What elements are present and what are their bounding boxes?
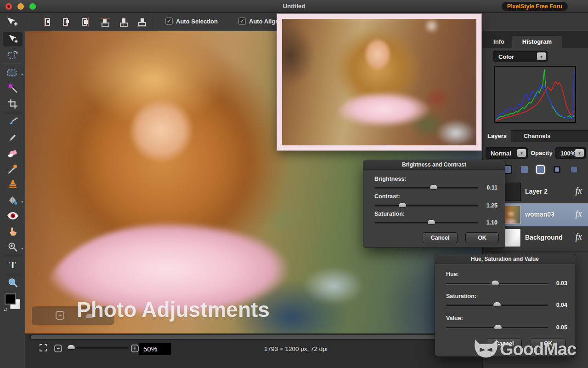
slider-thumb[interactable] xyxy=(428,220,435,224)
separator xyxy=(26,14,26,30)
floating-image-preview[interactable] xyxy=(277,14,481,150)
align-middle-vertical-icon[interactable] xyxy=(118,17,130,28)
brightness-contrast-dialog[interactable]: Brightness and Contrast Brightness: 0.11… xyxy=(363,160,505,247)
zoom-level-field[interactable]: 50% xyxy=(139,343,171,355)
slider-thumb[interactable] xyxy=(492,281,499,285)
histogram-channel-select[interactable]: Color ▼ xyxy=(493,51,548,62)
layer-option-button[interactable] xyxy=(554,166,560,173)
zoom-in-button[interactable]: + xyxy=(131,345,139,352)
goodmac-logo-icon xyxy=(473,339,499,360)
opacity-select[interactable]: 100% ▼ xyxy=(555,147,586,159)
window-title: Untitled xyxy=(0,3,588,10)
tab-info[interactable]: Info xyxy=(486,36,512,48)
layer-option-button[interactable] xyxy=(504,166,511,173)
tab-layers[interactable]: Layers xyxy=(483,130,511,142)
auto-selection-label: Auto Selection xyxy=(176,18,218,25)
dialog-title: Brightness and Contrast xyxy=(363,160,505,170)
horizontal-scrollbar[interactable] xyxy=(31,335,437,339)
slider-thumb[interactable] xyxy=(430,185,437,189)
pixelstyle-window: Untitled PixelStyle Free Foru ✓ Auto xyxy=(0,0,588,368)
value-slider[interactable] xyxy=(446,325,548,330)
zoom-in-tool[interactable]: ▾ xyxy=(0,239,25,255)
magnifier-tool[interactable] xyxy=(0,275,25,291)
contrast-slider[interactable] xyxy=(374,203,478,208)
auto-selection-checkbox[interactable]: ✓ Auto Selection xyxy=(165,17,218,25)
slider-thumb[interactable] xyxy=(494,325,502,329)
document-info: 1793 × 1200 px, 72 dpi xyxy=(264,345,328,352)
align-right-icon[interactable] xyxy=(79,17,91,28)
eyedropper-tool[interactable] xyxy=(0,161,25,177)
layers-channels-tabstrip: Layers Channels xyxy=(483,130,588,142)
goodmac-watermark: GoodMac xyxy=(473,339,576,360)
histogram-panel xyxy=(494,66,576,123)
align-top-icon[interactable] xyxy=(99,17,111,28)
layer-option-button-active[interactable] xyxy=(537,166,544,173)
checkbox-checked-icon: ✓ xyxy=(238,17,246,25)
brush-tool[interactable] xyxy=(0,114,25,130)
layer-option-button[interactable] xyxy=(571,166,577,173)
cancel-button[interactable]: Cancel xyxy=(423,232,458,243)
red-eye-tool[interactable] xyxy=(0,208,25,224)
layer-thumbnail[interactable] xyxy=(503,206,521,224)
saturation-slider[interactable] xyxy=(446,302,548,308)
histogram-plot xyxy=(495,67,575,122)
zoom-out-ghost-button: − xyxy=(56,311,64,320)
layer-effects-icon[interactable]: fx xyxy=(576,185,582,196)
checkbox-checked-icon: ✓ xyxy=(165,17,173,25)
crop-tool[interactable] xyxy=(0,96,25,112)
dropdown-arrow-icon: ▼ xyxy=(537,52,546,60)
layer-effects-icon[interactable]: fx xyxy=(576,208,582,219)
ok-button[interactable]: OK xyxy=(465,232,499,243)
slider-thumb[interactable] xyxy=(493,302,501,306)
opacity-label: Opacity xyxy=(531,150,553,156)
brightness-slider[interactable] xyxy=(374,185,478,190)
color-swatches[interactable]: ⇄ xyxy=(0,291,25,316)
status-bar: − + 50% 1793 × 1200 px, 72 dpi xyxy=(25,334,482,368)
align-left-icon[interactable] xyxy=(42,17,54,28)
info-histogram-tabstrip: Info Histogram xyxy=(483,31,588,48)
layer-option-button[interactable] xyxy=(521,166,528,173)
license-badge[interactable]: PixelStyle Free Foru xyxy=(502,2,568,11)
blend-mode-select[interactable]: Normal ▼ xyxy=(486,147,528,159)
layer-effects-icon[interactable]: fx xyxy=(576,231,582,242)
zoom-out-button[interactable]: − xyxy=(54,345,62,352)
slider-thumb[interactable] xyxy=(399,203,406,207)
eraser-tool[interactable] xyxy=(0,145,25,161)
tab-histogram[interactable]: Histogram xyxy=(512,36,562,48)
tool-palette: ▾ ▾ xyxy=(0,31,25,368)
dialog-title: Hue, Saturation and Value xyxy=(435,254,575,264)
horizontal-scrollbar-track[interactable] xyxy=(29,334,445,340)
saturation-slider[interactable] xyxy=(374,220,478,225)
move-tool-indicator-icon xyxy=(4,16,20,29)
fit-to-screen-icon[interactable] xyxy=(39,344,47,354)
smudge-tool[interactable] xyxy=(0,224,25,239)
paint-bucket-tool[interactable]: ▾ xyxy=(0,192,25,208)
magic-wand-tool[interactable] xyxy=(0,80,25,96)
rectangular-marquee-tool[interactable]: ▾ xyxy=(0,65,25,80)
text-tool[interactable]: T xyxy=(0,257,25,273)
swap-colors-icon[interactable]: ⇄ xyxy=(4,307,7,312)
separator xyxy=(152,14,152,30)
foreground-color-swatch[interactable] xyxy=(5,293,16,305)
align-center-horizontal-icon[interactable] xyxy=(61,17,73,28)
titlebar: Untitled PixelStyle Free Foru xyxy=(0,0,588,13)
slider-thumb[interactable] xyxy=(68,345,75,349)
layer-thumbnail[interactable] xyxy=(503,229,521,247)
free-transform-tool[interactable] xyxy=(0,47,25,63)
canvas-overlay-text: Photo Adjustments xyxy=(77,297,270,322)
zoom-slider[interactable] xyxy=(68,345,129,351)
layer-thumbnail[interactable] xyxy=(503,183,521,201)
pencil-tool[interactable] xyxy=(0,130,25,145)
tab-channels[interactable]: Channels xyxy=(511,130,563,142)
hue-slider[interactable] xyxy=(446,281,548,286)
move-tool[interactable] xyxy=(0,31,25,47)
dropdown-arrow-icon: ▼ xyxy=(575,149,584,157)
goodmac-wordmark: GoodMac xyxy=(500,339,576,359)
clone-stamp-tool[interactable] xyxy=(0,177,25,192)
photo-subject-face xyxy=(128,98,201,179)
dropdown-arrow-icon: ▼ xyxy=(517,149,526,157)
align-bottom-icon[interactable] xyxy=(136,17,148,28)
